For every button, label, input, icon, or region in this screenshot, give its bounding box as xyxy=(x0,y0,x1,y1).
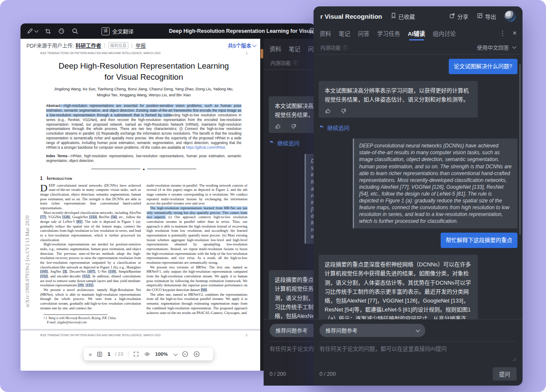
suggested-questions-dropdown[interactable]: 推荐问题参考 xyxy=(319,324,425,337)
bookmark-icon xyxy=(391,12,396,20)
zoom-out-icon[interactable] xyxy=(182,351,189,357)
panel-tabs: 资料 笔记 问答 学习任务 AI辅读 组内讨论 ⋮ × xyxy=(314,26,523,40)
dropcap: D xyxy=(40,184,47,193)
composer: 推荐问题参考 0 / 200 提问 xyxy=(314,319,523,386)
paragraph: Most recently-developed classification n… xyxy=(40,211,141,243)
pdf-floating-toolbar: » 1 / 23 100% xyxy=(84,348,213,360)
versions-dropdown[interactable]: 共5个版本 xyxy=(228,42,256,49)
divider xyxy=(128,352,128,357)
index-terms: Index Terms—HRNet, high-resolution repre… xyxy=(46,154,241,163)
annotation-marker[interactable] xyxy=(261,49,263,58)
tab-data[interactable]: 资料 xyxy=(319,29,331,37)
ai-message: 本文试图解决高分辨率表示学习问题，以获得更好的计算机视觉任务结果，如人体姿态估计… xyxy=(319,81,478,118)
reply-icon xyxy=(269,139,275,147)
paragraph: The other one, named as HRNetV2, combine… xyxy=(147,293,248,315)
kebab-menu-icon[interactable]: ⋮ xyxy=(500,29,506,37)
page-total: / 23 xyxy=(115,352,123,357)
crop-tool-button[interactable] xyxy=(45,28,51,35)
crop-icon xyxy=(45,28,51,35)
favorite-button[interactable]: 已收藏 xyxy=(391,12,415,20)
reader-toolbar: 译 全文翻译 Deep High-Resolution Representati… xyxy=(20,23,315,39)
tab-ai-reading[interactable]: AI辅读 xyxy=(408,29,425,37)
two-column-text: DEEP convolutional neural networks (DCNN… xyxy=(40,184,247,325)
report-link[interactable]: 举报 xyxy=(136,42,146,49)
export-button[interactable]: 导出 xyxy=(477,12,496,20)
palette-icon xyxy=(58,28,65,35)
ask-button[interactable]: 提问 xyxy=(493,367,517,380)
reply-icon xyxy=(319,124,325,131)
desktop: 译 全文翻译 Deep High-Resolution Representati… xyxy=(0,0,546,392)
left-column: DEEP convolutional neural networks (DCNN… xyxy=(40,184,141,325)
chevron-down-icon xyxy=(253,43,257,47)
footnote-rule xyxy=(44,314,107,315)
tab-notes[interactable]: 笔记 xyxy=(339,29,350,37)
pen-tool-button[interactable] xyxy=(26,28,38,35)
chevron-down-icon[interactable] xyxy=(174,352,178,356)
tab-notes[interactable]: 笔记 xyxy=(289,44,300,53)
ai-panel-window: r Visual Recognition 已收藏 分享 导出 资料 笔记 问答 xyxy=(314,6,523,386)
thumbnails-icon[interactable] xyxy=(96,351,103,357)
uploader-link[interactable]: 科研工作者 xyxy=(76,42,101,49)
page-number-input[interactable]: 1 xyxy=(107,352,110,357)
section-heading: 1Introduction xyxy=(40,176,247,181)
char-counter: 0 / 200 xyxy=(270,371,286,377)
panel-header: r Visual Recognition 已收藏 分享 导出 xyxy=(314,6,523,26)
chevron-down-icon xyxy=(35,29,39,33)
thumbs-up-icon[interactable] xyxy=(325,108,331,114)
share-icon xyxy=(449,13,455,20)
panel-scrollbar-thumb[interactable] xyxy=(519,64,521,234)
tab-tasks[interactable]: 学习任务 xyxy=(377,29,400,37)
info-icon: ⓘ xyxy=(343,44,348,51)
search-icon xyxy=(72,28,78,35)
resize-handle-icon[interactable] xyxy=(513,355,517,363)
thumbs-down-icon[interactable] xyxy=(340,108,347,114)
copyright-badge[interactable]: 版权信息 xyxy=(108,42,128,49)
paper-title: Deep High-Resolution Representation Lear… xyxy=(53,61,235,82)
thumbs-down-icon[interactable] xyxy=(290,123,297,130)
beta-label: 内测功能ⓘ xyxy=(270,59,298,66)
paragraph: High-resolution representations are need… xyxy=(40,242,141,288)
github-link[interactable]: https://github.com/HRNet xyxy=(186,146,225,150)
source-prefix: PDF来源于用户上传: xyxy=(26,42,74,49)
divider: | xyxy=(131,42,133,48)
expand-toolbar-button[interactable]: » xyxy=(89,351,92,357)
page-break xyxy=(20,329,260,331)
answer-language-dropdown[interactable]: 使用中文回答 xyxy=(477,43,516,52)
pdf-source-bar: PDF来源于用户上传: 科研工作者 | 版权信息 | 举报 共5个版本 xyxy=(20,39,260,51)
document-title: Deep High-Resolution Representation Lear… xyxy=(169,23,315,39)
palette-tool-button[interactable] xyxy=(58,28,65,35)
info-icon: ⓘ xyxy=(293,59,298,66)
share-button[interactable]: 分享 xyxy=(449,12,468,20)
zoom-in-icon[interactable] xyxy=(193,351,200,357)
running-head: IEEE TRANSACTIONS ON PATTERN ANALYSIS AN… xyxy=(40,52,160,55)
fullscreen-icon[interactable] xyxy=(133,351,139,357)
paragraph: We present a novel architecture, namely … xyxy=(40,288,141,311)
tab-group-discussion[interactable]: 组内讨论 xyxy=(433,29,456,37)
zoom-level[interactable]: 100% xyxy=(155,352,168,357)
char-counter: 0 / 200 xyxy=(319,371,336,377)
search-tool-button[interactable] xyxy=(72,28,78,35)
close-icon[interactable]: × xyxy=(513,29,517,37)
running-head: IEEE TRANSACTIONS ON PATTERN ANALYSIS AN… xyxy=(40,334,160,337)
paragraph: multi-resolution streams in parallel. Th… xyxy=(147,184,248,206)
beta-label: 内测功能ⓘ xyxy=(320,44,348,51)
thumbs-up-icon[interactable] xyxy=(275,123,281,130)
translate-button[interactable]: 译 全文翻译 xyxy=(102,27,134,35)
translate-icon: 译 xyxy=(102,27,110,35)
diamond-icon: ◆ xyxy=(143,167,145,170)
question-input[interactable] xyxy=(319,344,517,361)
tab-data[interactable]: 资料 xyxy=(270,44,281,53)
chevron-down-icon xyxy=(512,45,517,49)
eye-icon[interactable] xyxy=(144,351,151,357)
ai-message: 这段摘要的重点是深度卷积神经网络（DCNNs）可以在许多计算机视觉任务中获得最先… xyxy=(319,255,478,319)
paragraph: We present two versions of HRNet. The fi… xyxy=(147,265,248,293)
tab-qa[interactable]: 问答 xyxy=(358,29,369,37)
follow-up-link[interactable]: 继续追问 xyxy=(319,124,517,132)
paper-authors: Jingdong Wang, Ke Sun, Tianheng Cheng, B… xyxy=(53,86,235,98)
page-number: 2 xyxy=(246,334,247,337)
chat-area: 论文试图解决什么问题? 本文试图解决高分辨率表示学习问题，以获得更好的计算机视觉… xyxy=(314,55,523,319)
pdf-scrollbar[interactable] xyxy=(260,39,264,371)
section-separator: ◆ xyxy=(91,167,196,170)
avatar[interactable] xyxy=(505,11,516,22)
user-message: 论文试图解决什么问题? xyxy=(449,59,517,74)
